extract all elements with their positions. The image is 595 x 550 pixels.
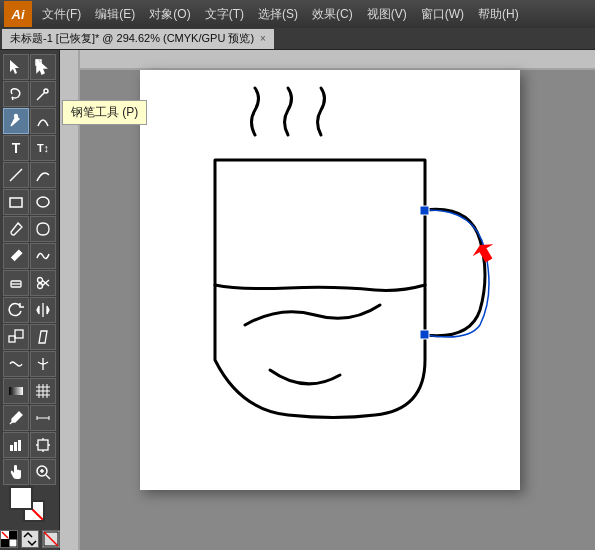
swap-colors-button[interactable] — [21, 530, 39, 548]
mesh-tool[interactable] — [30, 378, 56, 404]
menu-select[interactable]: 选择(S) — [252, 4, 304, 25]
color-area — [0, 486, 59, 548]
tool-row-type: T T↕ — [2, 135, 58, 161]
tool-row-lasso — [2, 81, 58, 107]
scale-tool[interactable] — [3, 324, 29, 350]
tool-row-rotate — [2, 297, 58, 323]
svg-rect-56 — [60, 50, 80, 550]
tab-bar: 未标题-1 [已恢复]* @ 294.62% (CMYK/GPU 预览) × — [0, 28, 595, 50]
svg-marker-19 — [37, 306, 39, 314]
artboard-tool[interactable] — [30, 432, 56, 458]
svg-line-44 — [46, 475, 50, 479]
tool-row-hand — [2, 459, 58, 485]
ellipse-tool[interactable] — [30, 189, 56, 215]
svg-rect-38 — [38, 440, 48, 450]
canvas-area[interactable]: // inline ruler ticks via SVG - drawn be… — [60, 50, 595, 550]
tab-label: 未标题-1 [已恢复]* @ 294.62% (CMYK/GPU 预览) — [10, 31, 254, 46]
line-segment-tool[interactable] — [3, 162, 29, 188]
color-swatches — [9, 486, 51, 524]
svg-rect-11 — [12, 250, 22, 260]
magic-wand-tool[interactable] — [30, 81, 56, 107]
svg-line-51 — [2, 532, 8, 538]
svg-rect-50 — [9, 539, 17, 547]
curvature-tool[interactable] — [30, 108, 56, 134]
tool-row-brush — [2, 216, 58, 242]
paintbrush-tool[interactable] — [3, 216, 29, 242]
tool-row-pen — [2, 108, 58, 134]
svg-rect-8 — [10, 198, 22, 207]
pen-tool[interactable] — [3, 108, 29, 134]
fill-color-box[interactable] — [9, 486, 33, 510]
cup-body-group — [215, 160, 425, 418]
main-layout: T T↕ — [0, 50, 595, 550]
type-tool[interactable]: T — [3, 135, 29, 161]
lasso-tool[interactable] — [3, 81, 29, 107]
reflect-tool[interactable] — [30, 297, 56, 323]
zoom-tool[interactable] — [30, 459, 56, 485]
svg-point-14 — [38, 278, 43, 283]
vertical-type-tool[interactable]: T↕ — [30, 135, 56, 161]
menu-file[interactable]: 文件(F) — [36, 4, 87, 25]
artboard[interactable] — [140, 70, 520, 490]
svg-rect-48 — [1, 539, 9, 547]
svg-rect-24 — [9, 387, 23, 395]
menu-text[interactable]: 文字(T) — [199, 4, 250, 25]
svg-rect-35 — [10, 445, 13, 451]
svg-marker-20 — [47, 306, 49, 314]
handle-group — [425, 209, 489, 337]
select-tool[interactable] — [3, 54, 29, 80]
toolbar: T T↕ — [0, 50, 60, 550]
pencil-tool[interactable] — [3, 243, 29, 269]
default-colors-button[interactable] — [0, 530, 18, 548]
svg-rect-37 — [18, 440, 21, 451]
svg-point-15 — [38, 284, 43, 289]
active-tab[interactable]: 未标题-1 [已恢复]* @ 294.62% (CMYK/GPU 预览) × — [2, 29, 274, 49]
warp-tool[interactable] — [3, 351, 29, 377]
tool-row-eraser — [2, 270, 58, 296]
tool-row-gradient — [2, 378, 58, 404]
measure-tool[interactable] — [30, 405, 56, 431]
tool-row-scale — [2, 324, 58, 350]
svg-rect-49 — [9, 531, 17, 539]
menu-effect[interactable]: 效果(C) — [306, 4, 359, 25]
blob-brush-tool[interactable] — [30, 216, 56, 242]
arc-tool[interactable] — [30, 162, 56, 188]
drawing-canvas[interactable] — [140, 70, 520, 490]
menu-view[interactable]: 视图(V) — [361, 4, 413, 25]
tab-close-button[interactable]: × — [260, 33, 266, 44]
app-logo: Ai — [4, 1, 32, 27]
scissors-tool[interactable] — [30, 270, 56, 296]
anchor-top — [420, 206, 429, 215]
svg-point-9 — [37, 197, 49, 207]
hand-tool[interactable] — [3, 459, 29, 485]
menu-window[interactable]: 窗口(W) — [415, 4, 470, 25]
svg-line-10 — [18, 223, 20, 225]
svg-rect-36 — [14, 442, 17, 451]
steam-group — [252, 88, 325, 135]
rectangle-tool[interactable] — [3, 189, 29, 215]
svg-rect-21 — [9, 336, 15, 342]
menu-edit[interactable]: 编辑(E) — [89, 4, 141, 25]
svg-rect-22 — [15, 330, 23, 338]
eraser-tool[interactable] — [3, 270, 29, 296]
svg-point-5 — [44, 89, 48, 93]
menu-bar: 文件(F) 编辑(E) 对象(O) 文字(T) 选择(S) 效果(C) 视图(V… — [36, 4, 591, 25]
chart-tool[interactable] — [3, 432, 29, 458]
tool-row-eyedropper — [2, 405, 58, 431]
tool-row-line — [2, 162, 58, 188]
svg-marker-0 — [10, 60, 19, 74]
width-tool[interactable] — [30, 351, 56, 377]
svg-line-3 — [12, 97, 13, 100]
rotate-tool[interactable] — [3, 297, 29, 323]
shear-tool[interactable] — [30, 324, 56, 350]
menu-help[interactable]: 帮助(H) — [472, 4, 525, 25]
gradient-tool[interactable] — [3, 378, 29, 404]
direct-select-tool[interactable] — [30, 54, 56, 80]
color-mode-button[interactable] — [42, 530, 60, 548]
menu-object[interactable]: 对象(O) — [143, 4, 196, 25]
tool-row-chart — [2, 432, 58, 458]
svg-line-31 — [10, 422, 12, 424]
smooth-tool[interactable] — [30, 243, 56, 269]
default-colors-row — [0, 530, 60, 548]
eyedropper-tool[interactable] — [3, 405, 29, 431]
